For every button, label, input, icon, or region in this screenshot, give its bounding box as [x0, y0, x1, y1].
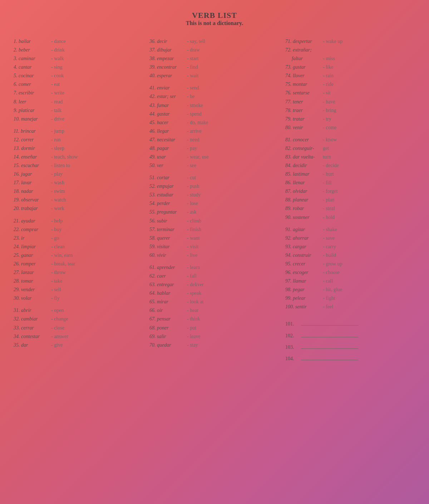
list-item: 64. hablar- speak — [149, 289, 280, 298]
list-item: 8. leer- read — [14, 98, 144, 106]
list-item: 55. preguntar- ask — [149, 208, 280, 216]
list-item: 21. ayudar- help — [14, 217, 144, 225]
list-item: 23. ir- go — [14, 234, 144, 243]
list-item: 98. pegar- hit, glue — [285, 285, 415, 294]
list-item: 73. gustar- like — [285, 63, 415, 72]
list-item: 4. cantar- sing — [14, 63, 144, 72]
list-item: 94. construir- build — [285, 251, 415, 260]
list-item: 51. cortar- cut — [149, 173, 280, 182]
list-item: 81. conocer- know — [285, 136, 415, 144]
list-item: 52. empujar- push — [149, 182, 280, 191]
subtitle: This is not a dictionary. — [11, 20, 418, 26]
list-item: 12. correr- run — [14, 136, 144, 144]
column-1: 1. bailar- dance 2. beber- drink 3. cami… — [11, 34, 147, 349]
list-item: 40. esperar- wait — [149, 72, 280, 80]
list-item: 68. poner- put — [149, 324, 280, 332]
blank-line-103: 103. — [285, 343, 415, 352]
list-item: 20. trabajar- work — [14, 204, 144, 213]
list-item: 74. llover- rain — [285, 72, 415, 80]
list-item: 75. montar- ride — [285, 80, 415, 89]
list-item: 85. lastimar- hurt — [285, 170, 415, 178]
list-item: 10. manejar- drive — [14, 115, 144, 123]
blank-line-104: 104. — [285, 354, 415, 363]
blank-line-101: 101. — [285, 320, 415, 328]
list-item: 36. decir- say, tell — [149, 37, 280, 46]
list-item: 32. cambiar- change — [14, 315, 144, 323]
list-item: 39. encontrar- find — [149, 63, 280, 72]
list-item: 59. visitar- visit — [149, 243, 280, 251]
list-item: 89. robar- steal — [285, 204, 415, 213]
list-item: 61. aprender- learn — [149, 263, 280, 272]
list-item: 71. despertar- wake up — [285, 37, 415, 46]
group-36-40: 36. decir- say, tell 37. dibujar- draw 3… — [149, 37, 280, 80]
list-item: 57. terminar- finish — [149, 225, 280, 234]
list-item: 17. lavar- wash — [14, 178, 144, 187]
group-41-50: 41. enviar- send 42. estar; ser- be 43. … — [149, 84, 280, 170]
list-item: 48. pagar- pay — [149, 144, 280, 153]
list-item: 56. subir- climb — [149, 217, 280, 225]
list-item: 7. escribir- write — [14, 89, 144, 97]
group-1-10: 1. bailar- dance 2. beber- drink 3. cami… — [14, 37, 144, 123]
blank-line-102: 102. — [285, 332, 415, 340]
list-item: 42. estar; ser- be — [149, 92, 280, 101]
list-item: 25. ganar- win, earn — [14, 251, 144, 260]
list-item: 88. planear- plan — [285, 196, 415, 204]
list-item: 63. entregar- deliver — [149, 280, 280, 289]
list-item: 84. decidir- decide — [285, 161, 415, 170]
list-item: 41. enviar- send — [149, 84, 280, 92]
group-21-30: 21. ayudar- help 22. comprar- buy 23. ir… — [14, 217, 144, 303]
list-item: 77. tener- have — [285, 98, 415, 106]
list-item: 62. caer- fall — [149, 272, 280, 280]
list-item: 58. querer- want — [149, 234, 280, 243]
list-item: 99. pelear- fight — [285, 294, 415, 303]
list-item: 69. salir- leave — [149, 332, 280, 341]
list-item: 9. platicar- talk — [14, 106, 144, 115]
list-item: 46. llegar- arrive — [149, 127, 280, 136]
list-item: 5. cocinar- cook — [14, 72, 144, 80]
list-item: 1. bailar- dance — [14, 37, 144, 46]
list-item: 50. ver- see — [149, 161, 280, 170]
list-item: 65. mirar- look at — [149, 298, 280, 306]
list-item: 3. caminar- walk — [14, 54, 144, 63]
list-item: 35. dar- give — [14, 341, 144, 349]
list-item: 2. beber- drink — [14, 46, 144, 54]
column-2: 36. decir- say, tell 37. dibujar- draw 3… — [147, 34, 282, 349]
list-item: 49. usar- wear, use — [149, 153, 280, 161]
list-item: 29. vender- sell — [14, 285, 144, 294]
list-item: 83. dar vuelta-turn — [285, 153, 415, 161]
page-title: VERB LIST This is not a dictionary. — [11, 7, 418, 26]
list-item: 30. volar- fly — [14, 294, 144, 303]
list-item: 16. jugar- play — [14, 170, 144, 178]
list-item: 70. quedar- stay — [149, 341, 280, 349]
list-item: 96. escoger- choose — [285, 268, 415, 277]
list-item: 72. extrañar; — [285, 46, 415, 54]
verb-columns: 1. bailar- dance 2. beber- drink 3. cami… — [11, 34, 418, 366]
list-item: 79. tratar- try — [285, 115, 415, 123]
list-item: 38. empezar- start — [149, 54, 280, 63]
list-item: 66. oir- hear — [149, 306, 280, 315]
list-item: 19. observar- watch — [14, 196, 144, 204]
list-item: 44. gastar- spend — [149, 110, 280, 118]
list-item: 67. pensar- think — [149, 315, 280, 323]
list-item: 26. romper- break, tear — [14, 260, 144, 268]
column-3: 71. despertar- wake up 72. extrañar; fal… — [282, 34, 418, 366]
list-item: 22. comprar- buy — [14, 225, 144, 234]
list-item: 86. llenar- fill — [285, 178, 415, 187]
list-item: 6. comer- eat — [14, 80, 144, 89]
blank-lines-section: 101. 102. 103. 104. — [285, 320, 415, 363]
list-item: 80. venir- come — [285, 123, 415, 132]
group-71-80: 71. despertar- wake up 72. extrañar; fal… — [285, 37, 415, 132]
list-item: 11. brincar- jump — [14, 127, 144, 136]
group-91-100: 91. agitar- shake 92. ahorrar- save 93. … — [285, 225, 415, 312]
list-item: 24. limpiar- clean — [14, 243, 144, 251]
list-item: 93. cargar- carry — [285, 243, 415, 251]
list-item: 82. conseguir-get — [285, 144, 415, 153]
list-item: 13. dormir- sleep — [14, 144, 144, 153]
group-11-20: 11. brincar- jump 12. correr- run 13. do… — [14, 127, 144, 213]
list-item: 90. sostener- hold — [285, 213, 415, 222]
list-item: 27. lanzar- throw — [14, 268, 144, 277]
list-item: 54. perder- lose — [149, 199, 280, 208]
list-item: 31. abrir- open — [14, 306, 144, 315]
list-item: 28. tomar- take — [14, 277, 144, 285]
list-item: faltar- miss — [285, 54, 415, 63]
